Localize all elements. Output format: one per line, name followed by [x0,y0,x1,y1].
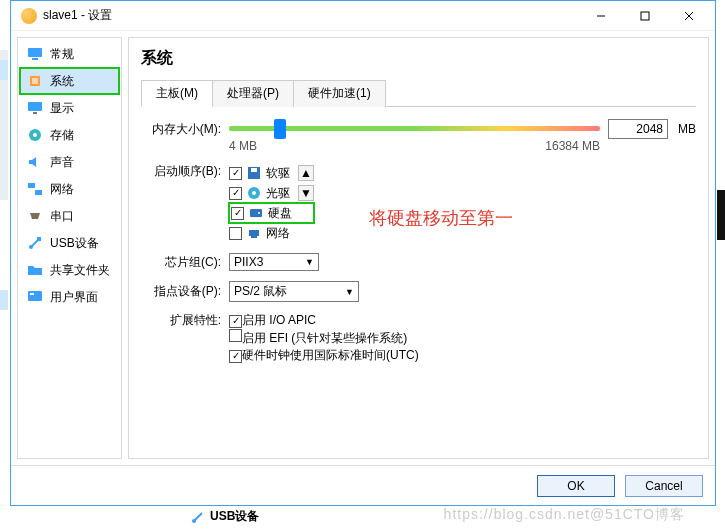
sidebar-item-label: USB设备 [50,235,99,252]
svg-rect-14 [30,293,34,295]
move-down-button[interactable]: ▼ [298,185,314,201]
svg-rect-13 [28,291,42,301]
hdd-icon [248,205,264,221]
annotation-text: 将硬盘移动至第一 [369,206,513,230]
svg-rect-16 [251,168,257,172]
app-icon [21,8,37,24]
svg-rect-5 [28,102,42,111]
checkbox[interactable] [229,187,242,200]
serial-icon [26,207,44,225]
settings-window: slave1 - 设置 常规 系统 显示 存储 声音 网络 串口 USB设备 共… [10,0,716,506]
boot-item-label: 网络 [266,225,290,242]
optical-icon [246,185,262,201]
usb-icon [190,509,206,525]
memory-unit: MB [678,122,696,136]
option-label: 启用 EFI (只针对某些操作系统) [242,331,407,345]
boot-item-floppy[interactable]: 软驱▲ [229,163,314,183]
boot-order-list: 软驱▲ 光驱▼ 硬盘 网络 [229,163,314,243]
select-value: PS/2 鼠标 [234,283,287,300]
display-icon [26,99,44,117]
opt-efi[interactable]: 启用 EFI (只针对某些操作系统) [229,329,419,347]
sidebar-item-ui[interactable]: 用户界面 [20,284,119,310]
tab-label: 处理器(P) [227,86,279,100]
checkbox[interactable] [229,329,242,342]
svg-rect-12 [37,237,41,241]
move-up-button[interactable]: ▲ [298,165,314,181]
svg-rect-6 [33,112,37,114]
option-label: 硬件时钟使用国际标准时间(UTC) [242,348,419,362]
chevron-down-icon: ▼ [305,257,314,267]
sidebar-item-audio[interactable]: 声音 [20,149,119,175]
ok-button[interactable]: OK [537,475,615,497]
tab-motherboard[interactable]: 主板(M) [141,80,213,107]
minimize-button[interactable] [579,2,623,30]
tab-acceleration[interactable]: 硬件加速(1) [293,80,386,107]
sidebar-item-label: 声音 [50,154,74,171]
svg-rect-4 [32,78,38,84]
checkbox[interactable] [231,207,244,220]
checkbox[interactable] [229,315,242,328]
checkbox[interactable] [229,350,242,363]
boot-item-optical[interactable]: 光驱▼ [229,183,314,203]
memory-input[interactable] [608,119,668,139]
net-icon [246,225,262,241]
sidebar-item-label: 系统 [50,73,74,90]
memory-max: 16384 MB [545,139,600,153]
svg-rect-21 [249,230,259,236]
ext-label: 扩展特性: [141,312,221,329]
tab-processor[interactable]: 处理器(P) [212,80,294,107]
sidebar-item-general[interactable]: 常规 [20,41,119,67]
svg-point-18 [252,191,256,195]
svg-point-20 [258,212,260,214]
sidebar-item-system[interactable]: 系统 [20,68,119,94]
sidebar-item-label: 显示 [50,100,74,117]
tab-label: 主板(M) [156,86,198,100]
titlebar: slave1 - 设置 [11,1,715,31]
boot-item-network[interactable]: 网络 [229,223,314,243]
svg-point-8 [33,133,37,137]
sidebar-item-label: 网络 [50,181,74,198]
sidebar-item-display[interactable]: 显示 [20,95,119,121]
dialog-footer: OK Cancel [11,465,715,505]
opt-utc[interactable]: 硬件时钟使用国际标准时间(UTC) [229,347,419,364]
chevron-down-icon: ▼ [345,287,354,297]
chip-icon [26,72,44,90]
boot-item-label: 硬盘 [268,205,292,222]
sidebar-item-usb[interactable]: USB设备 [20,230,119,256]
chipset-select[interactable]: PIIX3▼ [229,253,319,271]
svg-rect-1 [28,48,42,57]
button-label: OK [567,479,584,493]
sidebar-item-network[interactable]: 网络 [20,176,119,202]
pointer-select[interactable]: PS/2 鼠标▼ [229,281,359,302]
select-value: PIIX3 [234,255,263,269]
opt-ioapic[interactable]: 启用 I/O APIC [229,312,419,329]
content-panel: 系统 主板(M) 处理器(P) 硬件加速(1) 内存大小(M): 4 MB163… [128,37,709,459]
sidebar-item-label: 用户界面 [50,289,98,306]
boot-item-label: 软驱 [266,165,290,182]
sidebar-item-label: 共享文件夹 [50,262,110,279]
background-edge [717,190,725,240]
truncated-label: USB设备 [210,508,259,525]
memory-label: 内存大小(M): [141,121,221,138]
svg-rect-0 [641,12,649,20]
background-strip [0,50,8,200]
ui-icon [26,288,44,306]
pointer-label: 指点设备(P): [141,283,221,300]
disk-icon [26,126,44,144]
option-label: 启用 I/O APIC [242,313,316,327]
boot-item-hdd[interactable]: 硬盘 [229,203,314,223]
maximize-button[interactable] [623,2,667,30]
memory-min: 4 MB [229,139,257,153]
sidebar-item-serial[interactable]: 串口 [20,203,119,229]
sidebar-item-shared[interactable]: 共享文件夹 [20,257,119,283]
checkbox[interactable] [229,227,242,240]
memory-slider[interactable]: 4 MB16384 MB [229,117,600,141]
boot-item-label: 光驱 [266,185,290,202]
checkbox[interactable] [229,167,242,180]
sidebar: 常规 系统 显示 存储 声音 网络 串口 USB设备 共享文件夹 用户界面 [17,37,122,459]
watermark: https://blog.csdn.net@51CTO博客 [444,506,685,524]
svg-rect-9 [28,183,35,188]
cancel-button[interactable]: Cancel [625,475,703,497]
close-button[interactable] [667,2,711,30]
sidebar-item-storage[interactable]: 存储 [20,122,119,148]
